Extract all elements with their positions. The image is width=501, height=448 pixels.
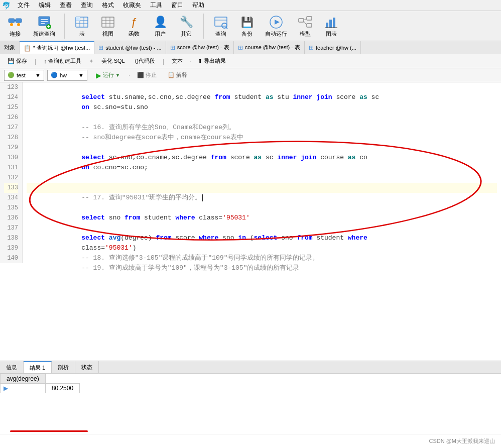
query-tool-button[interactable]: ↑ 查询创建工具 [40, 56, 85, 66]
svg-rect-18 [102, 17, 114, 27]
tab-query-practice[interactable]: 📋 * 查询练习 @hw (test... [20, 41, 94, 54]
code-snippet-label: ()代码段 [135, 57, 155, 65]
code-snippet-button[interactable]: ()代码段 [132, 56, 159, 66]
tab-info[interactable]: 信息 [0, 361, 24, 373]
tab-course[interactable]: ⊞ course @hw (test) - 表 [234, 41, 305, 54]
menu-favorites[interactable]: 收藏夹 [119, 0, 145, 11]
tab-query-label: * 查询练习 @hw (test... [33, 44, 90, 52]
text-label: 文本 [172, 57, 183, 65]
other-button[interactable]: 🔧 其它 [175, 13, 197, 39]
code-line-135: select sno from student where class='950… [27, 203, 497, 213]
explain-button[interactable]: 📋 解释 [164, 70, 191, 80]
user-button[interactable]: 👤 用户 [149, 13, 171, 39]
menu-view[interactable]: 查看 [56, 0, 76, 11]
connect-button[interactable]: 连接 [4, 13, 26, 39]
tab-score-icon: ⊞ [170, 44, 175, 51]
svg-line-33 [304, 21, 307, 25]
tab-score[interactable]: ⊞ score @hw (test) - 表 [166, 41, 234, 54]
view-button[interactable]: 视图 [97, 13, 119, 39]
stop-button[interactable]: ⬛ 停止 [133, 70, 161, 80]
run-bar: 🟢 test ▼ 🔵 hw ▼ ▶ 运行 ▼ · ⬛ 停止 📋 解释 [0, 68, 501, 82]
tab-status[interactable]: 状态 [75, 361, 99, 373]
beautify-button[interactable]: 美化 SQL [98, 56, 129, 66]
sidebar-label: 对象 [0, 41, 20, 54]
user-icon: 👤 [152, 14, 168, 30]
model-icon [297, 14, 313, 30]
underline-bar [0, 424, 501, 434]
tab-student-label: student @hw (test) - ... [105, 45, 161, 51]
save-icon: 💾 [8, 58, 15, 64]
backup-button[interactable]: 💾 备份 [236, 13, 258, 39]
autorun-button[interactable]: 自动运行 [262, 13, 290, 39]
chart-icon [323, 14, 339, 30]
tab-status-label: 状态 [81, 364, 92, 371]
beautify-label: 美化 SQL [101, 57, 125, 65]
tab-score-label: score @hw (test) - 表 [177, 44, 229, 51]
chart-button[interactable]: 图表 [320, 13, 342, 39]
tab-student-icon: ⊞ [98, 44, 103, 51]
result-area: avg(degree) ▶ 80.2500 [0, 374, 501, 424]
tab-profile[interactable]: 剖析 [52, 361, 75, 373]
tab-result1[interactable]: 结果 1 [24, 361, 52, 373]
tab-course-icon: ⊞ [238, 44, 243, 51]
db2-select[interactable]: 🔵 hw ▼ [47, 70, 87, 81]
red-underline [10, 430, 88, 432]
new-query-label: 新建查询 [33, 30, 55, 38]
other-label: 其它 [181, 30, 192, 38]
run-label: 运行 [103, 71, 114, 79]
editor-area[interactable]: 123 124 125 126 127 128 129 130 131 132 … [0, 82, 501, 361]
tab-result1-label: 结果 1 [30, 364, 45, 372]
tab-info-label: 信息 [6, 364, 17, 371]
table-button[interactable]: 表 [71, 13, 93, 39]
stop-label: 停止 [146, 71, 157, 79]
db1-select[interactable]: 🟢 test ▼ [4, 70, 44, 81]
export-button[interactable]: ⬆ 导出结果 [194, 56, 229, 66]
menu-file[interactable]: 文件 [14, 0, 34, 11]
code-lines: select stu.sname,sc.cno,sc.degree from s… [23, 82, 501, 263]
menu-bar: 🐬 文件 编辑 查看 查询 格式 收藏夹 工具 窗口 帮助 [0, 0, 501, 11]
model-button[interactable]: 模型 [294, 13, 316, 39]
text-button[interactable]: 文本 [168, 56, 186, 66]
function-label: 函数 [129, 30, 140, 38]
menu-window[interactable]: 窗口 [167, 0, 187, 11]
svg-rect-23 [215, 17, 227, 26]
function-button[interactable]: ƒ 函数 [123, 13, 145, 39]
backup-label: 备份 [241, 30, 253, 38]
svg-rect-36 [333, 18, 335, 28]
app-icon: 🐬 [2, 2, 11, 10]
view-icon [100, 14, 116, 30]
menu-tools[interactable]: 工具 [146, 0, 166, 11]
run-arrow: ▼ [115, 73, 120, 78]
connect-icon [7, 14, 23, 30]
other-icon: 🔧 [178, 14, 194, 30]
view-label: 视图 [102, 30, 113, 38]
save-button[interactable]: 💾 保存 [4, 56, 31, 66]
db1-label: test [17, 72, 26, 78]
query-tool-label: 查询创建工具 [48, 57, 81, 65]
new-query-button[interactable]: 新建查询 [30, 13, 58, 39]
query-button[interactable]: 查询 [210, 13, 232, 39]
tab-course-label: course @hw (test) - 表 [245, 44, 300, 51]
save-label: 保存 [16, 57, 27, 65]
query-label: 查询 [215, 30, 226, 38]
menu-format[interactable]: 格式 [98, 0, 118, 11]
result-table: avg(degree) ▶ 80.2500 [0, 374, 80, 393]
watermark-bar: CSDN @M大王派我来巡山 [0, 434, 501, 448]
table-row: ▶ 80.2500 [1, 384, 80, 393]
sep2: ✦ [89, 58, 94, 65]
tab-student[interactable]: ⊞ student @hw (test) - ... [94, 41, 166, 54]
query-icon [213, 14, 229, 30]
svg-rect-35 [329, 20, 332, 28]
db2-arrow: ▼ [78, 72, 84, 78]
svg-line-26 [226, 27, 227, 29]
svg-point-4 [17, 23, 20, 26]
menu-edit[interactable]: 编辑 [35, 0, 55, 11]
user-label: 用户 [155, 30, 166, 38]
tab-teacher[interactable]: ⊞ teacher @hw (... [305, 41, 361, 54]
run-button[interactable]: ▶ 运行 ▼ [90, 70, 126, 81]
menu-query[interactable]: 查询 [77, 0, 97, 11]
db2-label: hw [60, 72, 67, 78]
tab-teacher-icon: ⊞ [309, 44, 314, 51]
menu-help[interactable]: 帮助 [188, 0, 208, 11]
watermark-text: CSDN @M大王派我来巡山 [429, 437, 495, 445]
